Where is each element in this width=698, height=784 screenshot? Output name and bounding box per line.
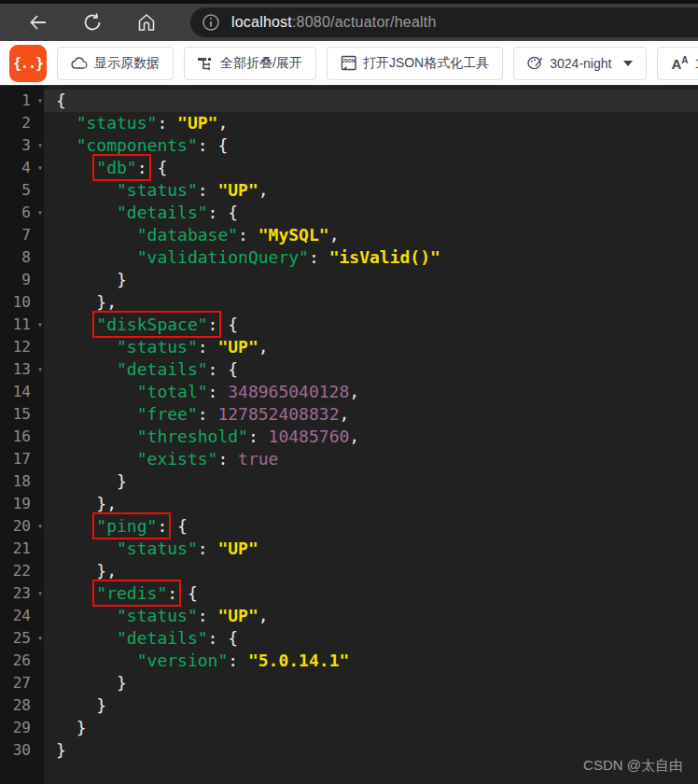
fold-toggle-icon[interactable]: ▾ [37, 582, 43, 605]
annotation-box: "ping": [96, 516, 167, 536]
code-line: "status": "UP" [56, 538, 698, 560]
home-button[interactable] [134, 10, 159, 35]
token-p: , [258, 180, 269, 200]
fold-toggle-icon[interactable]: ▾ [37, 515, 43, 538]
token-p: }, [56, 494, 117, 513]
show-raw-data-button[interactable]: 显示原数据 [57, 47, 174, 80]
line-number: 26 [13, 651, 31, 669]
token-p: : [217, 449, 238, 469]
code-line: "total": 348965040128, [56, 381, 698, 403]
code-line: "status": "UP", [56, 179, 698, 202]
line-number: 9 [21, 271, 31, 288]
token-k: "threshold" [137, 427, 248, 446]
token-p: : [198, 404, 218, 424]
gutter-line: 17 [0, 448, 44, 470]
address-bar[interactable]: localhost:8080/actuator/health [190, 7, 698, 37]
token-s: "UP" [177, 113, 217, 133]
line-number: 6 [21, 203, 31, 221]
code-line: } [56, 694, 698, 717]
fold-toggle-icon[interactable]: ▾ [37, 134, 43, 157]
token-k: "free" [137, 404, 198, 424]
token-p [56, 539, 117, 558]
gutter-line: 29 [0, 717, 44, 739]
token-p [56, 247, 137, 267]
token-p [56, 315, 96, 334]
token-p: : [137, 158, 147, 177]
token-p: : [309, 247, 329, 267]
theme-select[interactable]: 3024-night [513, 47, 647, 80]
gutter-line: 9 [0, 269, 44, 291]
font-size-select[interactable]: AA 18 [657, 47, 698, 80]
gutter-line: 12 [0, 336, 44, 358]
token-p: , [258, 606, 269, 625]
gutter-line: 22 [0, 560, 44, 582]
gutter-line: 1▾ [0, 90, 44, 112]
token-k: "db" [96, 158, 136, 177]
gutter-line: 19 [0, 493, 44, 515]
code-line: "ping": { [56, 515, 698, 538]
token-p: : [238, 225, 258, 245]
gutter-line: 4▾ [0, 157, 44, 179]
url-text: localhost:8080/actuator/health [231, 14, 437, 31]
code-line: "diskSpace": { [56, 314, 698, 336]
gutter-line: 10 [0, 291, 44, 314]
token-p [56, 113, 77, 133]
open-json-formatter-button[interactable]: JSON 打开JSON格式化工具 [327, 47, 503, 80]
gutter-line: 5 [0, 179, 44, 202]
token-p: , [329, 225, 340, 245]
token-p [56, 583, 96, 603]
token-p: , [349, 382, 359, 401]
code-line: "free": 127852408832, [56, 403, 698, 426]
back-arrow-icon [28, 12, 49, 33]
fold-toggle-icon[interactable]: ▾ [37, 157, 43, 179]
collapse-expand-all-label: 全部折叠/展开 [220, 55, 302, 72]
token-p: : [248, 427, 269, 446]
json-viewer: 1▾23▾4▾56▾7891011▾1213▾14151617181920▾21… [0, 86, 698, 784]
line-number: 12 [13, 338, 31, 356]
collapse-expand-all-button[interactable]: 全部折叠/展开 [184, 47, 316, 80]
token-p: : [157, 516, 167, 536]
line-number: 18 [13, 472, 31, 490]
code-line: }, [56, 560, 698, 582]
gutter-line: 11▾ [0, 314, 44, 336]
fold-toggle-icon[interactable]: ▾ [37, 202, 43, 224]
token-p [56, 427, 137, 446]
gutter-line: 7 [0, 224, 44, 246]
code-line: "components": { [56, 134, 698, 157]
token-p: : [167, 583, 177, 603]
fold-toggle-icon[interactable]: ▾ [37, 314, 43, 336]
theme-select-value: 3024-night [550, 56, 611, 71]
token-s: "5.0.14.1" [248, 651, 349, 670]
gutter-line: 15 [0, 403, 44, 426]
token-p [56, 225, 137, 245]
gutter-line: 3▾ [0, 134, 44, 157]
line-number: 14 [13, 383, 31, 400]
token-p [56, 382, 137, 401]
token-p [56, 180, 117, 200]
line-number: 27 [13, 674, 31, 692]
refresh-button[interactable] [80, 10, 105, 35]
token-p [56, 158, 96, 177]
gutter-line: 25▾ [0, 627, 44, 650]
token-p: , [217, 113, 228, 133]
code-line: "db": { [56, 157, 698, 179]
code-line: "status": "UP", [56, 112, 698, 134]
gutter-line: 28 [0, 694, 44, 717]
token-p: : [198, 337, 218, 357]
token-n: 10485760 [269, 427, 350, 446]
token-p: : { [208, 203, 239, 222]
code-line: { [44, 90, 698, 112]
fold-toggle-icon[interactable]: ▾ [37, 627, 43, 650]
fold-toggle-icon[interactable]: ▾ [37, 90, 43, 112]
gutter-line: 6▾ [0, 202, 44, 224]
line-number: 8 [21, 248, 31, 266]
fold-toggle-icon[interactable]: ▾ [37, 358, 43, 381]
token-p: } [56, 471, 127, 491]
token-s: "MySQL" [258, 225, 329, 245]
token-p: { [56, 91, 66, 110]
gutter-line: 18 [0, 470, 44, 493]
code-lines: { "status": "UP", "components": { "db": … [44, 86, 698, 784]
site-info-icon[interactable] [202, 13, 220, 32]
back-button[interactable] [26, 10, 50, 35]
token-k: "components" [77, 135, 198, 155]
